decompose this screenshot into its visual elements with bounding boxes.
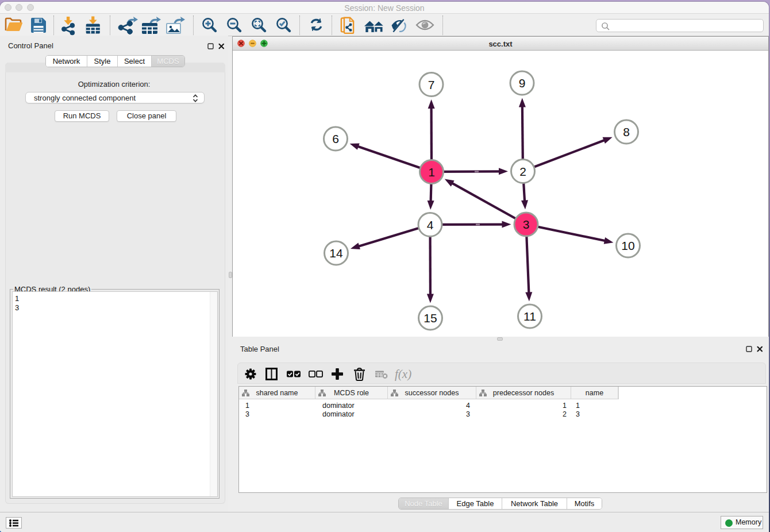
svg-text:8: 8 <box>623 125 630 138</box>
svg-text:14: 14 <box>329 246 343 260</box>
svg-text:15: 15 <box>424 311 437 325</box>
svg-text:4: 4 <box>427 218 434 232</box>
svg-text:1: 1 <box>428 165 435 179</box>
svg-text:9: 9 <box>519 76 526 90</box>
svg-text:f(x): f(x) <box>395 367 411 381</box>
svg-text:3: 3 <box>523 218 530 231</box>
svg-text:11: 11 <box>523 310 536 323</box>
svg-text:10: 10 <box>621 239 634 252</box>
svg-text:7: 7 <box>428 78 435 91</box>
svg-text:6: 6 <box>332 132 339 145</box>
svg-text:2: 2 <box>519 165 526 178</box>
